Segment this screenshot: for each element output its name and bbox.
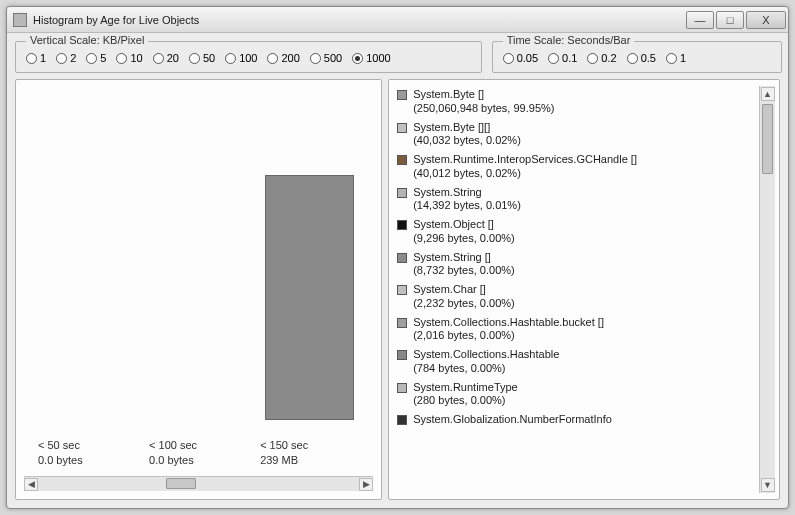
legend-swatch-icon [397, 253, 407, 263]
histogram-bar [143, 96, 254, 420]
window-frame: Histogram by Age for Live Objects — □ X … [6, 6, 789, 509]
vscroll-thumb[interactable] [762, 104, 773, 174]
time-scale-option-0.05[interactable]: 0.05 [503, 52, 538, 64]
legend-type-name: System.Byte [][] [413, 121, 521, 135]
legend-text: System.Byte [](250,060,948 bytes, 99.95%… [413, 88, 554, 116]
legend-item[interactable]: System.Object [](9,296 bytes, 0.00%) [397, 216, 759, 249]
legend-detail: (40,012 bytes, 0.02%) [413, 167, 637, 181]
legend-type-name: System.Collections.Hashtable.bucket [] [413, 316, 604, 330]
radio-dot-icon [116, 53, 127, 64]
legend-swatch-icon [397, 123, 407, 133]
radio-label: 0.5 [641, 52, 656, 64]
radio-dot-icon [310, 53, 321, 64]
legend-swatch-icon [397, 220, 407, 230]
legend-item[interactable]: System.Collections.Hashtable(784 bytes, … [397, 346, 759, 379]
legend-swatch-icon [397, 155, 407, 165]
vscroll-track[interactable] [760, 102, 775, 477]
legend-item[interactable]: System.Byte [][](40,032 bytes, 0.02%) [397, 119, 759, 152]
vertical-scale-option-2[interactable]: 2 [56, 52, 76, 64]
legend-swatch-icon [397, 188, 407, 198]
bar-block [265, 175, 354, 420]
scroll-up-icon[interactable]: ▲ [761, 87, 775, 101]
legend-item[interactable]: System.RuntimeType(280 bytes, 0.00%) [397, 379, 759, 412]
scroll-left-icon[interactable]: ◀ [24, 478, 38, 491]
vertical-scale-option-50[interactable]: 50 [189, 52, 215, 64]
bar-label-time: < 100 sec [149, 438, 254, 453]
legend-type-name: System.Globalization.NumberFormatInfo [413, 413, 612, 427]
radio-label: 5 [100, 52, 106, 64]
hscroll-track[interactable] [38, 477, 359, 491]
scroll-down-icon[interactable]: ▼ [761, 478, 775, 492]
vertical-scrollbar[interactable]: ▲ ▼ [759, 86, 775, 493]
hscroll-thumb[interactable] [166, 478, 196, 489]
vertical-scale-group: Vertical Scale: KB/Pixel 125102050100200… [15, 41, 482, 73]
vertical-scale-option-1000[interactable]: 1000 [352, 52, 390, 64]
radio-label: 100 [239, 52, 257, 64]
legend-text: System.Runtime.InteropServices.GCHandle … [413, 153, 637, 181]
radio-dot-icon [352, 53, 363, 64]
legend-text: System.Byte [][](40,032 bytes, 0.02%) [413, 121, 521, 149]
radio-label: 10 [130, 52, 142, 64]
legend-detail: (14,392 bytes, 0.01%) [413, 199, 521, 213]
radio-dot-icon [627, 53, 638, 64]
time-scale-option-1[interactable]: 1 [666, 52, 686, 64]
legend-type-name: System.String [413, 186, 521, 200]
window-title: Histogram by Age for Live Objects [33, 14, 686, 26]
vertical-scale-option-200[interactable]: 200 [267, 52, 299, 64]
legend-text: System.Object [](9,296 bytes, 0.00%) [413, 218, 515, 246]
bar-label-time: < 50 sec [38, 438, 143, 453]
radio-label: 2 [70, 52, 76, 64]
legend-item[interactable]: System.Byte [](250,060,948 bytes, 99.95%… [397, 86, 759, 119]
legend-detail: (250,060,948 bytes, 99.95%) [413, 102, 554, 116]
time-scale-option-0.5[interactable]: 0.5 [627, 52, 656, 64]
vertical-scale-option-100[interactable]: 100 [225, 52, 257, 64]
bar-label-value: 0.0 bytes [38, 453, 143, 468]
scroll-right-icon[interactable]: ▶ [359, 478, 373, 491]
legend-item[interactable]: System.Runtime.InteropServices.GCHandle … [397, 151, 759, 184]
legend-item[interactable]: System.Globalization.NumberFormatInfo [397, 411, 759, 430]
vertical-scale-legend: Vertical Scale: KB/Pixel [26, 34, 148, 46]
time-scale-option-0.2[interactable]: 0.2 [587, 52, 616, 64]
close-button[interactable]: X [746, 11, 786, 29]
legend-swatch-icon [397, 415, 407, 425]
legend-text: System.RuntimeType(280 bytes, 0.00%) [413, 381, 518, 409]
radio-label: 0.1 [562, 52, 577, 64]
radio-dot-icon [86, 53, 97, 64]
radio-dot-icon [587, 53, 598, 64]
legend-detail: (2,232 bytes, 0.00%) [413, 297, 515, 311]
legend-detail: (9,296 bytes, 0.00%) [413, 232, 515, 246]
legend-item[interactable]: System.String(14,392 bytes, 0.01%) [397, 184, 759, 217]
time-scale-group: Time Scale: Seconds/Bar 0.050.10.20.51 [492, 41, 783, 73]
legend-swatch-icon [397, 318, 407, 328]
radio-dot-icon [56, 53, 67, 64]
title-bar[interactable]: Histogram by Age for Live Objects — □ X [7, 7, 788, 33]
legend-item[interactable]: System.Char [](2,232 bytes, 0.00%) [397, 281, 759, 314]
vertical-scale-option-1[interactable]: 1 [26, 52, 46, 64]
bar-label: < 50 sec0.0 bytes [32, 438, 143, 468]
legend-panel: System.Byte [](250,060,948 bytes, 99.95%… [388, 79, 780, 500]
vertical-scale-options: 1251020501002005001000 [26, 52, 471, 64]
vertical-scale-option-500[interactable]: 500 [310, 52, 342, 64]
legend-swatch-icon [397, 383, 407, 393]
vertical-scale-option-20[interactable]: 20 [153, 52, 179, 64]
radio-dot-icon [225, 53, 236, 64]
vertical-scale-option-10[interactable]: 10 [116, 52, 142, 64]
time-scale-option-0.1[interactable]: 0.1 [548, 52, 577, 64]
legend-text: System.Char [](2,232 bytes, 0.00%) [413, 283, 515, 311]
legend-item[interactable]: System.Collections.Hashtable.bucket [](2… [397, 314, 759, 347]
main-panels: < 50 sec0.0 bytes< 100 sec0.0 bytes< 150… [15, 79, 780, 500]
radio-label: 0.05 [517, 52, 538, 64]
radio-label: 50 [203, 52, 215, 64]
legend-item[interactable]: System.String [](8,732 bytes, 0.00%) [397, 249, 759, 282]
legend-detail: (280 bytes, 0.00%) [413, 394, 518, 408]
radio-label: 200 [281, 52, 299, 64]
horizontal-scrollbar[interactable]: ◀ ▶ [24, 476, 373, 491]
legend-type-name: System.Byte [] [413, 88, 554, 102]
vertical-scale-option-5[interactable]: 5 [86, 52, 106, 64]
radio-dot-icon [26, 53, 37, 64]
minimize-button[interactable]: — [686, 11, 714, 29]
radio-dot-icon [153, 53, 164, 64]
legend-swatch-icon [397, 350, 407, 360]
content-area: Vertical Scale: KB/Pixel 125102050100200… [7, 33, 788, 508]
maximize-button[interactable]: □ [716, 11, 744, 29]
